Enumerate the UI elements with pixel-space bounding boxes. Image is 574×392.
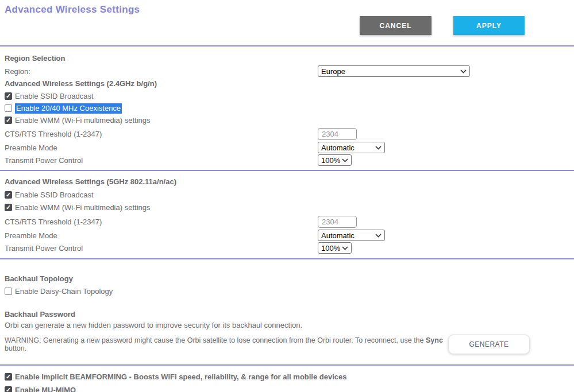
checkbox[interactable]: ✓ [5, 117, 12, 124]
section-divider [0, 258, 574, 259]
advanced-features-section: ✓ Enable Implicit BEAMFORMING - Boosts W… [0, 372, 574, 392]
checkbox-row: ✓ Enable SSID Broadcast [5, 191, 574, 199]
checkbox-row: ✓ Enable WMM (Wi-Fi multimedia) settings [5, 116, 574, 125]
chevron-down-icon [375, 146, 382, 150]
preamble-field-row: Preamble Mode Automatic [5, 230, 574, 241]
check-icon: ✓ [6, 374, 11, 380]
region-selection-heading: Region Selection [5, 54, 574, 63]
region-select[interactable]: Europe [318, 65, 470, 77]
check-icon: ✓ [6, 93, 11, 99]
checkbox-row: ✓ Enable SSID Broadcast [5, 92, 574, 100]
backhaul-topology-heading: Backhaul Topology [5, 274, 574, 283]
transmit-power-select[interactable]: 100% [318, 154, 352, 166]
chevron-down-icon [342, 158, 348, 162]
checkbox[interactable]: ✓ [5, 191, 12, 199]
transmit-field-row: Transmit Power Control 100% [5, 154, 574, 166]
checkbox[interactable]: ✓ [5, 104, 12, 112]
transmit-select-value: 100% [321, 244, 340, 253]
transmit-field-row: Transmit Power Control 100% [5, 242, 574, 254]
check-icon: ✓ [6, 387, 11, 392]
page-title: Advanced Wireless Settings [5, 4, 140, 15]
checkbox-row: ✓ Enable Implicit BEAMFORMING - Boosts W… [5, 372, 574, 381]
preamble-select-value: Automatic [321, 231, 355, 240]
preamble-mode-label: Preamble Mode [5, 231, 318, 240]
checkbox[interactable]: ✓ [5, 92, 12, 100]
preamble-field-row: Preamble Mode Automatic [5, 142, 574, 153]
transmit-select-value: 100% [321, 156, 340, 165]
cancel-button[interactable]: CANCEL [360, 16, 432, 35]
region-select-value: Europe [321, 67, 345, 76]
apply-button[interactable]: APPLY [453, 16, 525, 35]
wireless-5ghz-heading: Advanced Wireless Settings (5GHz 802.11a… [5, 177, 574, 186]
preamble-mode-select[interactable]: Automatic [318, 230, 385, 241]
checkbox[interactable]: ✓ [5, 386, 12, 392]
checkbox-label[interactable]: Enable SSID Broadcast [15, 191, 94, 199]
warning-suffix: button. [5, 344, 26, 352]
checkbox-row: ✓ Enable 20/40 MHz Coexistence [5, 104, 574, 112]
chevron-down-icon [375, 234, 382, 238]
region-and-24ghz-section: Region Selection Region: Europe Advanced… [0, 54, 574, 166]
checkbox-label[interactable]: Enable WMM (Wi-Fi multimedia) settings [15, 116, 151, 125]
transmit-power-label: Transmit Power Control [5, 156, 318, 165]
cts-threshold-label: CTS/RTS Threshold (1-2347) [5, 218, 318, 226]
preamble-mode-label: Preamble Mode [5, 143, 318, 152]
warning-row: WARNING: Generating a new password might… [5, 335, 574, 354]
check-icon: ✓ [6, 192, 11, 198]
checkbox[interactable]: ✓ [5, 373, 12, 381]
5ghz-section: Advanced Wireless Settings (5GHz 802.11a… [0, 177, 574, 254]
chevron-down-icon [342, 246, 348, 250]
backhaul-password-description: Orbi can generate a new hidden password … [5, 321, 574, 329]
checkbox-row: ✓ Enable WMM (Wi-Fi multimedia) settings [5, 203, 574, 212]
warning-prefix: WARNING: Generating a new password might… [5, 336, 426, 344]
backhaul-password-heading: Backhaul Password [5, 310, 574, 319]
cts-field-row: CTS/RTS Threshold (1-2347) [5, 216, 574, 228]
wireless-24ghz-heading: Advanced Wireless Settings (2.4GHz b/g/n… [5, 79, 574, 88]
generate-button[interactable]: GENERATE [448, 335, 530, 354]
backhaul-section: Backhaul Topology ✓ Enable Daisy-Chain T… [0, 274, 574, 354]
section-divider [0, 170, 574, 171]
checkbox-row: ✓ Enable Daisy-Chain Topology [5, 287, 574, 296]
transmit-power-select[interactable]: 100% [318, 242, 352, 254]
checkbox[interactable]: ✓ [5, 288, 12, 295]
page-header: Advanced Wireless Settings CANCEL APPLY [0, 0, 574, 45]
checkbox-label[interactable]: Enable 20/40 MHz Coexistence [15, 103, 122, 114]
chevron-down-icon [460, 69, 467, 73]
cts-threshold-input[interactable] [318, 128, 357, 140]
region-label: Region: [5, 67, 318, 76]
checkbox-row: ✓ Enable MU-MIMO [5, 386, 574, 392]
cts-field-row: CTS/RTS Threshold (1-2347) [5, 128, 574, 140]
cts-threshold-label: CTS/RTS Threshold (1-2347) [5, 130, 318, 138]
check-icon: ✓ [6, 117, 11, 123]
checkbox-label[interactable]: Enable Implicit BEAMFORMING - Boosts WiF… [15, 372, 347, 381]
cts-threshold-input[interactable] [318, 216, 357, 228]
checkbox-label[interactable]: Enable MU-MIMO [15, 386, 76, 392]
preamble-mode-select[interactable]: Automatic [318, 142, 385, 153]
region-field-row: Region: Europe [5, 65, 574, 77]
transmit-power-label: Transmit Power Control [5, 244, 318, 253]
warning-sync-word: Sync [426, 336, 443, 344]
warning-text: WARNING: Generating a new password might… [5, 336, 448, 352]
check-icon: ✓ [6, 204, 11, 211]
preamble-select-value: Automatic [321, 143, 355, 152]
section-divider [0, 45, 574, 46]
checkbox-label[interactable]: Enable Daisy-Chain Topology [15, 287, 113, 296]
advanced-wireless-settings-page: Advanced Wireless Settings CANCEL APPLY … [0, 0, 574, 392]
checkbox-label[interactable]: Enable WMM (Wi-Fi multimedia) settings [15, 203, 151, 212]
checkbox[interactable]: ✓ [5, 204, 12, 211]
section-divider [0, 364, 574, 366]
checkbox-label[interactable]: Enable SSID Broadcast [15, 92, 94, 100]
